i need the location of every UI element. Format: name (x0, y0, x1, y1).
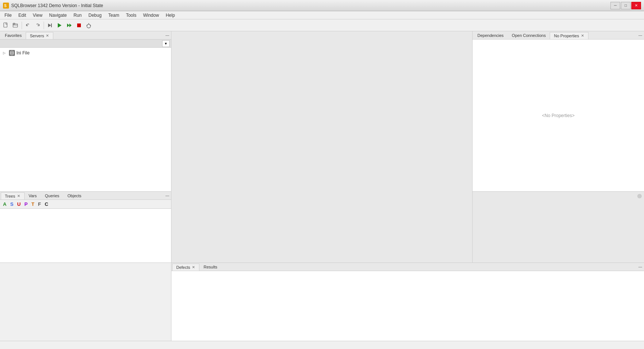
servers-tab-close[interactable]: ✕ (45, 34, 49, 38)
tab-trees[interactable]: Trees ✕ (1, 192, 25, 199)
redo-button[interactable] (33, 21, 42, 30)
vars-tab-label: Vars (29, 194, 37, 198)
tab-defects[interactable]: Defects ✕ (172, 264, 199, 271)
menu-run[interactable]: Run (70, 12, 85, 19)
trees-tab-label: Trees (5, 194, 15, 198)
menu-navigate[interactable]: Navigate (46, 12, 70, 19)
queries-tab-label: Queries (45, 194, 60, 198)
trees-panel-minimize[interactable]: — (164, 193, 170, 199)
tab-favorites[interactable]: Favorites (1, 32, 26, 39)
tab-dependencies[interactable]: Dependencies (473, 32, 508, 39)
favorites-tab-label: Favorites (5, 33, 22, 38)
toolbar-separator-1 (22, 22, 22, 29)
menu-debug[interactable]: Debug (85, 12, 104, 19)
svg-point-18 (10, 53, 13, 55)
defects-tab-bar: Defects ✕ Results — (171, 263, 644, 271)
tab-vars[interactable]: Vars (25, 192, 41, 199)
toolbar (0, 19, 644, 31)
dependencies-tab-label: Dependencies (477, 33, 503, 38)
open-connections-tab-label: Open Connections (512, 33, 546, 38)
menu-window[interactable]: Window (140, 12, 162, 19)
svg-point-15 (10, 51, 13, 53)
menu-file[interactable]: File (1, 12, 15, 19)
top-section: Favorites Servers ✕ — ▼ (0, 31, 644, 262)
menu-tools[interactable]: Tools (123, 12, 139, 19)
bottom-left-spacer (0, 263, 171, 341)
menu-help[interactable]: Help (163, 12, 178, 19)
trees-tab-close[interactable]: ✕ (17, 194, 20, 198)
bottom-panel-minimize[interactable]: — (637, 264, 643, 270)
run-all-button[interactable] (65, 21, 74, 30)
filter-s[interactable]: S (9, 201, 14, 207)
filter-u[interactable]: U (16, 201, 21, 207)
debug-button[interactable] (84, 21, 93, 30)
tab-queries[interactable]: Queries (41, 192, 64, 199)
close-button[interactable]: ✕ (631, 2, 641, 9)
right-bottom-indicator (637, 194, 642, 198)
right-tab-bar: Dependencies Open Connections No Propert… (473, 31, 644, 40)
servers-dropdown[interactable]: ▼ (162, 40, 170, 47)
toolbar-separator-2 (44, 22, 44, 29)
run-button[interactable] (55, 21, 64, 30)
tab-results[interactable]: Results (199, 263, 221, 270)
menu-team[interactable]: Team (105, 12, 122, 19)
menu-edit[interactable]: Edit (15, 12, 29, 19)
svg-marker-8 (67, 23, 69, 27)
defects-tab-close[interactable]: ✕ (192, 265, 195, 269)
tab-servers[interactable]: Servers ✕ (26, 32, 53, 39)
tab-no-properties[interactable]: No Properties ✕ (550, 32, 588, 39)
bottom-main: Defects ✕ Results — (171, 263, 644, 341)
results-tab-label: Results (203, 265, 217, 269)
no-properties-tab-close[interactable]: ✕ (581, 34, 584, 38)
no-properties-content: <No Properties> (473, 40, 644, 191)
tree-expand-icon: ▷ (3, 51, 7, 55)
tree-db-icon (9, 50, 15, 56)
servers-tab-label: Servers (30, 34, 44, 38)
title-bar-left: S SQLBrowser 1342 Demo Version - Initial… (3, 3, 103, 9)
open-button[interactable] (11, 21, 20, 30)
svg-rect-10 (77, 23, 81, 27)
tree-inifile-label: Ini File (16, 50, 29, 56)
trees-content (0, 209, 171, 262)
servers-panel: Favorites Servers ✕ — ▼ (0, 31, 171, 192)
tree-item-inifile[interactable]: ▷ Ini File (1, 49, 170, 57)
tab-objects[interactable]: Objects (63, 192, 85, 199)
right-panel: Dependencies Open Connections No Propert… (473, 31, 644, 262)
stop-button[interactable] (75, 21, 83, 30)
servers-tab-bar: Favorites Servers ✕ — (0, 31, 171, 40)
left-panel: Favorites Servers ✕ — ▼ (0, 31, 171, 262)
right-top-minimize[interactable]: — (637, 32, 643, 38)
svg-marker-7 (58, 23, 61, 28)
servers-toolbar: ▼ (0, 40, 171, 48)
filter-p[interactable]: P (23, 201, 28, 207)
undo-button[interactable] (23, 21, 32, 30)
restore-button[interactable]: □ (621, 2, 631, 9)
minimize-button[interactable]: ─ (610, 2, 620, 9)
title-text: SQLBrowser 1342 Demo Version - Initial S… (11, 3, 103, 8)
filter-c[interactable]: C (44, 201, 49, 207)
svg-marker-9 (69, 23, 72, 27)
bottom-area: Defects ✕ Results — (0, 262, 644, 341)
tab-open-connections[interactable]: Open Connections (508, 32, 550, 39)
menu-view[interactable]: View (30, 12, 45, 19)
defects-tab-label: Defects (176, 265, 190, 270)
center-editor[interactable] (171, 31, 473, 262)
window-controls: ─ □ ✕ (610, 2, 641, 9)
defects-content (171, 271, 644, 341)
menu-bar: File Edit View Navigate Run Debug Team T… (0, 11, 644, 19)
trees-tab-bar: Trees ✕ Vars Queries Objects — (0, 192, 171, 200)
title-bar: S SQLBrowser 1342 Demo Version - Initial… (0, 0, 644, 11)
svg-point-11 (87, 24, 91, 28)
step-over-button[interactable] (45, 21, 54, 30)
svg-text:S: S (4, 4, 7, 8)
right-top: Dependencies Open Connections No Propert… (473, 31, 644, 192)
filter-f[interactable]: F (37, 201, 42, 207)
svg-rect-2 (4, 23, 7, 27)
new-button[interactable] (1, 21, 10, 30)
status-bar (0, 341, 644, 349)
filter-a[interactable]: A (2, 201, 7, 207)
filter-t[interactable]: T (31, 201, 35, 207)
main-layout: Favorites Servers ✕ — ▼ (0, 31, 644, 341)
no-properties-text: <No Properties> (542, 113, 574, 118)
servers-panel-minimize[interactable]: — (164, 32, 170, 38)
